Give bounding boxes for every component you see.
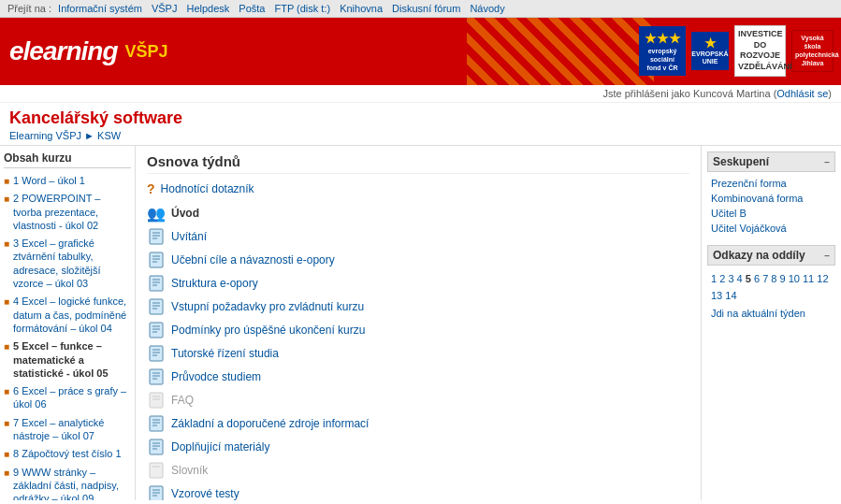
link-ucebni[interactable]: Učební cíle a návaznosti e-opory (171, 253, 335, 266)
link-slovnik[interactable]: Slovník (171, 464, 208, 477)
right-sidebar: Seskupení − Prezenční forma Kombinovaná … (701, 146, 841, 500)
odkaz-8[interactable]: 8 (771, 273, 776, 284)
bullet-4: ■ (4, 295, 9, 308)
odkaz-14[interactable]: 14 (725, 290, 736, 301)
content-item-slovnik: Slovník (147, 461, 689, 480)
svg-rect-8 (150, 276, 163, 291)
link-struktura[interactable]: Struktura e-opory (171, 277, 258, 290)
course-item-8: ■ 8 Zápočtový test číslo 1 (4, 447, 131, 460)
list-item-ucitel-b: Učitel B (707, 206, 835, 221)
topnav-posta[interactable]: Pošta (239, 3, 265, 14)
item-icon-1 (147, 251, 166, 269)
odkaz-13[interactable]: 13 (711, 290, 722, 301)
odkazy-box: Odkazy na oddíly − 1 2 3 4 5 6 7 8 9 10 … (707, 245, 835, 321)
breadcrumb-sep: ► (84, 130, 97, 141)
hodnoceni-link[interactable]: Hodnotící dotazník (161, 182, 254, 195)
header-pattern (467, 18, 654, 85)
header-banner: elearning VŠPJ ★★★ evropský sociální fon… (0, 18, 841, 85)
svg-rect-0 (150, 229, 163, 244)
userbar-text: Jste přihlášeni jako Kuncová Martina ( (602, 88, 776, 99)
link-kombinovana[interactable]: Kombinovaná forma (711, 193, 803, 204)
vspj-logo-badge: Vysoká škola polytechnická Jihlava (791, 30, 834, 71)
course-item-2: ■ 2 POWERPOINT – tvorba prezentace, vlas… (4, 192, 131, 232)
link-doplnujici[interactable]: Doplňující materiály (171, 440, 269, 454)
page-title: Kancelářský software (9, 108, 832, 128)
odkaz-2[interactable]: 2 (719, 273, 725, 284)
link-vzorove[interactable]: Vzorové testy (171, 487, 239, 500)
item-icon-5 (147, 344, 166, 363)
topnav-navody[interactable]: Návody (470, 3, 504, 14)
course-link-6[interactable]: 6 Excel – práce s grafy – úkol 06 (13, 384, 131, 411)
course-link-2[interactable]: 2 POWERPOINT – tvorba prezentace, vlastn… (13, 192, 131, 232)
breadcrumb: Elearning VŠPJ ► KSW (9, 130, 832, 141)
odkazy-numbers: 1 2 3 4 5 6 7 8 9 10 11 12 13 14 (707, 269, 835, 306)
link-vstupni[interactable]: Vstupní požadavky pro zvládnutí kurzu (171, 300, 364, 313)
topnav-informacni[interactable]: Informační systém (58, 3, 142, 14)
logout-link[interactable]: Odhlásit se (776, 88, 828, 99)
item-icon-3 (147, 297, 166, 316)
question-icon: ? (147, 181, 155, 196)
course-item-4: ■ 4 Excel – logické funkce, datum a čas,… (4, 295, 131, 335)
odkaz-3[interactable]: 3 (728, 273, 733, 284)
odkaz-6[interactable]: 6 (754, 273, 760, 284)
aktualni-tyden-link[interactable]: Jdi na aktuální týden (707, 306, 835, 321)
odkaz-7[interactable]: 7 (762, 273, 768, 284)
content-item-tutorske: Tutorské řízení studia (147, 344, 689, 363)
link-uvitani[interactable]: Uvítání (171, 230, 207, 243)
link-podminky[interactable]: Podmínky pro úspěšné ukončení kurzu (171, 324, 365, 337)
investice-logo: INVESTICE DO ROZVOJE VZDĚLÁVÁNÍ (734, 25, 786, 77)
collapse-icon[interactable]: − (824, 157, 830, 167)
breadcrumb-ksw[interactable]: KSW (97, 130, 121, 141)
svg-rect-31 (150, 416, 163, 431)
odkaz-4[interactable]: 4 (737, 273, 743, 284)
link-prezencni[interactable]: Prezenční forma (711, 178, 787, 189)
course-item-6: ■ 6 Excel – práce s grafy – úkol 06 (4, 384, 131, 411)
link-faq[interactable]: FAQ (171, 394, 194, 407)
bullet-6: ■ (4, 385, 9, 397)
link-vojackova[interactable]: Učitel Vojáčková (711, 223, 787, 234)
link-zakladni[interactable]: Základní a doporučené zdroje informací (171, 417, 369, 430)
content-area: Osnova týdnů ? Hodnotící dotazník 👥 Úvod… (136, 146, 701, 500)
section-uvod-label: Úvod (171, 207, 199, 220)
item-icon-7 (147, 391, 166, 410)
odkaz-10[interactable]: 10 (789, 273, 800, 284)
breadcrumb-elearning[interactable]: Elearning VŠPJ (9, 130, 81, 141)
link-tutorske[interactable]: Tutorské řízení studia (171, 347, 279, 360)
topnav-knihovna[interactable]: Knihovna (340, 3, 383, 14)
content-item-vstupni: Vstupní požadavky pro zvládnutí kurzu (147, 297, 689, 316)
content-item-doplnujici: Doplňující materiály (147, 438, 689, 456)
topnav-diskusni[interactable]: Diskusní fórum (392, 3, 460, 14)
list-item-kombinovana: Kombinovaná forma (707, 191, 835, 206)
topnav-ftp[interactable]: FTP (disk t:) (274, 3, 330, 14)
item-icon-0 (147, 227, 166, 246)
eu-logo: ★ EVROPSKÁ UNIE (691, 32, 729, 70)
course-link-9[interactable]: 9 WWW stránky – základní části, nadpisy,… (13, 466, 131, 500)
course-link-3[interactable]: 3 Excel – grafické ztvárnění tabulky, ad… (13, 237, 131, 290)
svg-rect-39 (150, 463, 163, 478)
content-item-uvitani: Uvítání (147, 227, 689, 246)
topnav-vspj[interactable]: VŠPJ (152, 3, 178, 14)
course-link-7[interactable]: 7 Excel – analytické nástroje – úkol 07 (13, 416, 131, 443)
bullet-2: ■ (4, 193, 9, 205)
link-ucitel-b[interactable]: Učitel B (711, 208, 747, 219)
item-icon-6 (147, 367, 166, 386)
odkaz-11[interactable]: 11 (803, 273, 814, 284)
course-item-7: ■ 7 Excel – analytické nástroje – úkol 0… (4, 416, 131, 443)
bullet-3: ■ (4, 238, 9, 250)
link-pruvodce[interactable]: Průvodce studiem (171, 370, 261, 383)
topnav-helpdesk[interactable]: Helpdesk (186, 3, 229, 14)
course-item-5: ■ 5 Excel – funkce – matematické a stati… (4, 339, 131, 380)
course-link-5[interactable]: 5 Excel – funkce – matematické a statist… (13, 339, 131, 380)
header-logos: ★★★ evropský sociální fond v ČR ★ EVROPS… (639, 25, 834, 77)
collapse-icon-2[interactable]: − (824, 251, 830, 261)
odkaz-9[interactable]: 9 (780, 273, 786, 284)
course-link-1[interactable]: 1 Word – úkol 1 (13, 174, 85, 187)
odkaz-12[interactable]: 12 (817, 273, 828, 284)
svg-rect-12 (150, 299, 163, 314)
odkaz-5[interactable]: 5 (746, 273, 751, 284)
sidebar-title: Obsah kurzu (4, 151, 131, 168)
course-link-8[interactable]: 8 Zápočtový test číslo 1 (13, 447, 122, 460)
odkaz-1[interactable]: 1 (711, 273, 717, 284)
seskupeni-box: Seskupení − Prezenční forma Kombinovaná … (707, 151, 835, 236)
course-link-4[interactable]: 4 Excel – logické funkce, datum a čas, p… (13, 295, 131, 335)
